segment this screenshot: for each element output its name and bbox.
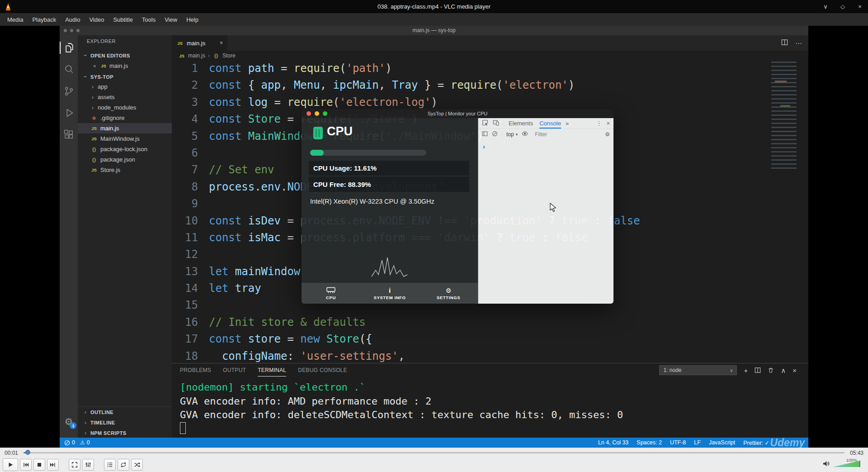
filter-placeholder[interactable]: Filter [535,131,547,138]
shuffle-button[interactable] [131,459,143,471]
devtools-menu-icon[interactable]: ⋮ [596,120,602,127]
split-terminal-icon[interactable] [755,367,761,373]
clear-console-icon[interactable] [492,131,498,138]
maximize-button[interactable]: ◇ [839,3,846,10]
more-tabs-icon[interactable]: » [566,120,569,127]
kill-terminal-icon[interactable] [768,367,774,373]
live-expression-eye-icon[interactable] [522,131,528,138]
minimize-button[interactable]: ∨ [822,3,829,10]
close-tab-icon[interactable]: × [220,40,223,46]
menu-media[interactable]: Media [3,14,28,25]
split-editor-icon[interactable] [781,39,788,48]
menu-playback[interactable]: Playback [28,14,61,25]
loop-button[interactable] [118,459,129,471]
file-row-assets[interactable]: ›assets [78,92,172,102]
video-frame[interactable]: main.js — sys-top [60,26,808,448]
file-row-app[interactable]: ›app [78,81,172,92]
menu-audio[interactable]: Audio [61,14,85,25]
next-button[interactable] [47,459,59,471]
status-item-javascript[interactable]: JavaScript [709,439,735,446]
menu-subtitle[interactable]: Subtitle [108,14,137,25]
terminal-line: GVA encoder info: deleteSCDMetalContext … [180,408,804,422]
file-row-main-js[interactable]: JSmain.js [78,123,172,133]
close-panel-icon[interactable]: × [793,367,797,374]
panel-tab-output[interactable]: OUTPUT [223,364,246,377]
chevron-down-icon: ∨ [730,368,733,373]
file-row--gitignore[interactable]: ◆.gitignore [78,113,172,123]
source-control-icon[interactable] [60,85,78,97]
device-toolbar-icon[interactable] [493,119,499,127]
panel-tab-debug-console[interactable]: DEBUG CONSOLE [298,364,347,377]
panel-tab-problems[interactable]: PROBLEMS [180,364,211,377]
devtools-tab-elements[interactable]: Elements [509,118,533,129]
menu-view[interactable]: View [160,14,182,25]
tab-main-js[interactable]: JS main.js × [172,35,228,51]
status-item-ln-4-col-33[interactable]: Ln 4, Col 33 [598,439,628,446]
context-select[interactable]: top ▾ [506,131,518,138]
panel-tab-terminal[interactable]: TERMINAL [258,364,286,377]
settings-gear-icon[interactable]: ⚙ 1 [65,416,73,428]
file-name: .gitignore [100,114,124,121]
terminal-shell-select[interactable]: 1: node ∨ [659,365,737,375]
status-item-spaces-2[interactable]: Spaces: 2 [637,439,662,446]
console-settings-gear-icon[interactable]: ⚙ [605,131,610,138]
new-terminal-icon[interactable]: + [744,367,748,374]
close-button[interactable]: × [856,3,863,10]
fullscreen-button[interactable] [69,459,80,471]
maximize-panel-icon[interactable]: ∧ [781,367,786,374]
systop-titlebar: SysTop | Monitor your CPU [302,109,613,118]
line-number: 13 [172,263,209,280]
nav-system-info[interactable]: iSYSTEM INFO [360,283,419,304]
more-actions-icon[interactable]: ⋯ [795,40,802,47]
devtools-close-icon[interactable]: × [606,120,610,127]
systop-window[interactable]: SysTop | Monitor your CPU CPU CPU [302,109,613,304]
previous-button[interactable] [20,459,32,471]
file-name: package.json [100,156,135,163]
section-npm-scripts[interactable]: ›NPM SCRIPTS [78,428,172,438]
play-button[interactable] [3,458,18,471]
devtools-tab-console[interactable]: Console [539,118,561,129]
menu-tools[interactable]: Tools [137,14,160,25]
inspect-icon[interactable] [482,119,488,127]
close-icon[interactable]: × [93,63,98,69]
open-editors-header[interactable]: › OPEN EDITORS [78,50,172,61]
stop-button[interactable] [33,459,45,471]
section-timeline[interactable]: ›TIMELINE [78,417,172,428]
console-sidebar-icon[interactable] [482,131,488,138]
playlist-button[interactable] [104,459,116,471]
file-row-node-modules[interactable]: ›node_modules [78,102,172,113]
status-item-lf[interactable]: LF [694,439,701,446]
problems-status[interactable]: 0 ⚠ 0 [60,439,93,446]
nav-settings[interactable]: ⚙SETTINGS [419,283,478,304]
section-outline[interactable]: ›OUTLINE [78,407,172,417]
run-debug-icon[interactable] [60,107,78,119]
volume-control[interactable]: 100% [822,457,865,472]
panel-controls: 1: node ∨ + [659,365,797,375]
file-row-package-json[interactable]: {}package.json [78,154,172,165]
extended-settings-button[interactable] [82,459,94,471]
open-editor-item[interactable]: × JS main.js [78,61,172,71]
terminal-output[interactable]: [nodemon] starting `electron .`GVA encod… [180,381,804,422]
editor-tabbar: JS main.js × [172,35,808,51]
status-item-prettier-[interactable]: Prettier: ✓ [743,439,769,446]
errors-count: 0 [72,439,75,446]
activity-bar: ⚙ 1 [60,35,78,438]
file-row-store-js[interactable]: JSStore.js [78,165,172,175]
file-row-mainwindow-js[interactable]: JSMainWindow.js [78,133,172,144]
menu-video[interactable]: Video [85,14,108,25]
nav-cpu[interactable]: CPU [302,283,360,304]
breadcrumb[interactable]: JS main.js › {} Store [172,51,808,61]
menu-help[interactable]: Help [182,14,203,25]
line-number: 5 [172,128,209,145]
search-icon[interactable] [60,63,78,76]
seek-handle[interactable] [25,450,30,455]
file-row-package-lock-json[interactable]: {}package-lock.json [78,144,172,154]
minimap[interactable] [771,62,797,169]
status-item-utf-8[interactable]: UTF-8 [670,439,686,446]
console-area[interactable]: › [478,140,613,304]
seek-slider[interactable] [24,452,844,453]
explorer-icon[interactable] [60,42,78,54]
project-folder-header[interactable]: › SYS-TOP [78,72,172,82]
extensions-icon[interactable] [60,129,78,141]
cpu-progress-fill [310,150,324,156]
